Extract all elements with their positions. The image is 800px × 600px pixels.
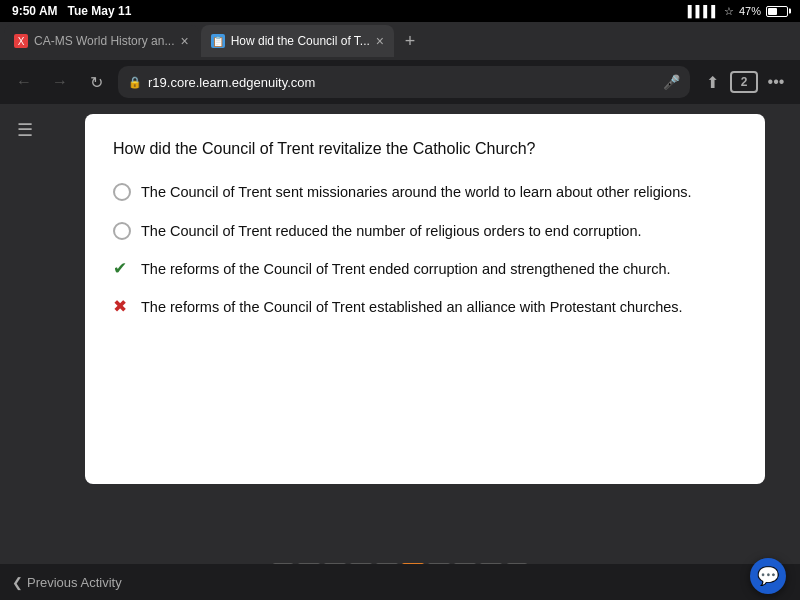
option-c-text: The reforms of the Council of Trent ende… xyxy=(141,259,671,279)
refresh-button[interactable]: ↻ xyxy=(82,68,110,96)
tab-2-close[interactable]: × xyxy=(376,34,384,48)
status-right: ▌▌▌▌ ☆ 47% xyxy=(688,5,788,18)
tab-2-favicon: 📋 xyxy=(211,34,225,48)
previous-activity-button[interactable]: ❮ Previous Activity xyxy=(12,575,122,590)
chat-icon: 💬 xyxy=(757,565,779,587)
tab-count-button[interactable]: 2 xyxy=(730,71,758,93)
status-time: 9:50 AM Tue May 11 xyxy=(12,4,131,18)
tab-bar: X CA-MS World History an... × 📋 How did … xyxy=(0,22,800,60)
option-d-text: The reforms of the Council of Trent esta… xyxy=(141,297,683,317)
battery-percent: 47% xyxy=(739,5,761,17)
option-d[interactable]: ✖ The reforms of the Council of Trent es… xyxy=(113,297,737,317)
wifi-icon: ☆ xyxy=(724,5,734,18)
forward-button[interactable]: → xyxy=(46,68,74,96)
previous-activity-label: Previous Activity xyxy=(27,575,122,590)
question-text: How did the Council of Trent revitalize … xyxy=(113,138,737,160)
chevron-left-icon: ❮ xyxy=(12,575,23,590)
main-content: ☰ How did the Council of Trent revitaliz… xyxy=(0,104,800,564)
share-button[interactable]: ⬆ xyxy=(698,68,726,96)
signal-icon: ▌▌▌▌ xyxy=(688,5,719,17)
battery-icon xyxy=(766,6,788,17)
new-tab-button[interactable]: + xyxy=(396,27,424,55)
tab-1-label: CA-MS World History an... xyxy=(34,34,174,48)
tab-1[interactable]: X CA-MS World History an... × xyxy=(4,25,199,57)
option-b-radio[interactable] xyxy=(113,222,131,240)
question-card: How did the Council of Trent revitalize … xyxy=(85,114,765,484)
option-b-text: The Council of Trent reduced the number … xyxy=(141,221,642,241)
menu-button[interactable]: ••• xyxy=(762,68,790,96)
toolbar-right: ⬆ 2 ••• xyxy=(698,68,790,96)
back-button[interactable]: ← xyxy=(10,68,38,96)
url-text: r19.core.learn.edgenuity.com xyxy=(148,75,657,90)
address-bar: ← → ↻ 🔒 r19.core.learn.edgenuity.com 🎤 ⬆… xyxy=(0,60,800,104)
url-bar[interactable]: 🔒 r19.core.learn.edgenuity.com 🎤 xyxy=(118,66,690,98)
option-a-radio[interactable] xyxy=(113,183,131,201)
option-c[interactable]: ✔ The reforms of the Council of Trent en… xyxy=(113,259,737,279)
status-bar: 9:50 AM Tue May 11 ▌▌▌▌ ☆ 47% xyxy=(0,0,800,22)
sidebar: ☰ xyxy=(0,104,50,564)
option-d-x-icon: ✖ xyxy=(113,298,131,316)
tab-1-close[interactable]: × xyxy=(180,34,188,48)
footer-bar: ❮ Previous Activity 💬 xyxy=(0,564,800,600)
lock-icon: 🔒 xyxy=(128,76,142,89)
option-b[interactable]: The Council of Trent reduced the number … xyxy=(113,221,737,241)
page-area: How did the Council of Trent revitalize … xyxy=(50,104,800,564)
chat-fab-button[interactable]: 💬 xyxy=(750,558,786,594)
tab-2-favicon-label: 📋 xyxy=(212,36,224,47)
tab-1-favicon: X xyxy=(14,34,28,48)
tab-2[interactable]: 📋 How did the Council of T... × xyxy=(201,25,394,57)
sidebar-menu-icon[interactable]: ☰ xyxy=(7,112,43,148)
tab-2-label: How did the Council of T... xyxy=(231,34,370,48)
option-a-text: The Council of Trent sent missionaries a… xyxy=(141,182,692,202)
option-c-check-icon: ✔ xyxy=(113,260,131,278)
option-a[interactable]: The Council of Trent sent missionaries a… xyxy=(113,182,737,202)
mic-icon[interactable]: 🎤 xyxy=(663,74,680,90)
